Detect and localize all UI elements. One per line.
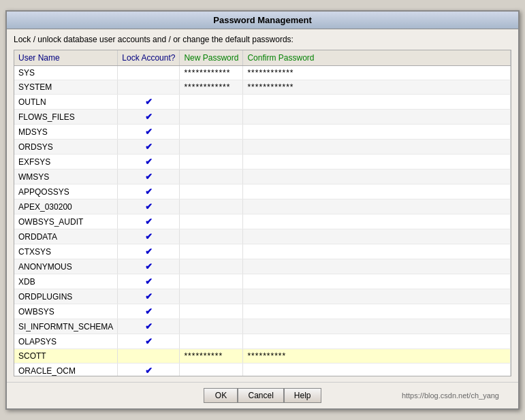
cell-confirmpwd[interactable]: [243, 244, 511, 259]
cell-lock[interactable]: ✔: [118, 319, 180, 334]
table-row[interactable]: SYSTEM************************: [14, 80, 511, 95]
cell-lock[interactable]: ✔: [118, 364, 180, 377]
table-row[interactable]: SYS************************: [14, 66, 511, 80]
table-row[interactable]: SCOTT********************: [14, 349, 511, 364]
cell-lock[interactable]: ✔: [118, 274, 180, 289]
cell-lock[interactable]: ✔: [118, 229, 180, 244]
table-row[interactable]: ORACLE_OCM✔: [14, 364, 511, 377]
cell-username: OUTLN: [14, 95, 118, 110]
cell-newpwd[interactable]: [180, 304, 243, 319]
cell-newpwd[interactable]: [180, 289, 243, 304]
cell-confirmpwd[interactable]: [243, 334, 511, 349]
lock-checkmark: ✔: [145, 142, 153, 152]
cell-username: OWBSYS: [14, 304, 118, 319]
cell-newpwd[interactable]: ************: [180, 66, 243, 80]
cell-lock[interactable]: [118, 66, 180, 80]
cell-confirmpwd[interactable]: **********: [243, 349, 511, 364]
dialog-body: Lock / unlock database user accounts and…: [7, 29, 518, 382]
cell-confirmpwd[interactable]: [243, 95, 511, 110]
cell-lock[interactable]: ✔: [118, 125, 180, 140]
dialog-footer: OK Cancel Help https://blog.csdn.net/ch_…: [7, 382, 518, 408]
table-row[interactable]: FLOWS_FILES✔: [14, 110, 511, 125]
table-row[interactable]: ORDPLUGINS✔: [14, 289, 511, 304]
cell-newpwd[interactable]: [180, 364, 243, 377]
cell-confirmpwd[interactable]: [243, 214, 511, 229]
cell-lock[interactable]: ✔: [118, 169, 180, 184]
cell-newpwd[interactable]: [180, 229, 243, 244]
cell-confirmpwd[interactable]: [243, 304, 511, 319]
lock-checkmark: ✔: [145, 261, 153, 272]
cell-confirmpwd[interactable]: [243, 184, 511, 199]
cell-lock[interactable]: [118, 80, 180, 95]
table-row[interactable]: WMSYS✔: [14, 169, 511, 184]
cell-newpwd[interactable]: [180, 244, 243, 259]
cell-confirmpwd[interactable]: [243, 199, 511, 214]
table-row[interactable]: OWBSYS_AUDIT✔: [14, 214, 511, 229]
cell-confirmpwd[interactable]: [243, 169, 511, 184]
cell-lock[interactable]: ✔: [118, 140, 180, 155]
table-row[interactable]: OUTLN✔: [14, 95, 511, 110]
cell-lock[interactable]: ✔: [118, 110, 180, 125]
cell-newpwd[interactable]: [180, 274, 243, 289]
cell-newpwd[interactable]: [180, 155, 243, 169]
cell-username: APPQOSSYS: [14, 184, 118, 199]
cell-confirmpwd[interactable]: [243, 110, 511, 125]
cell-lock[interactable]: ✔: [118, 304, 180, 319]
cell-lock[interactable]: ✔: [118, 199, 180, 214]
cell-confirmpwd[interactable]: [243, 289, 511, 304]
cell-newpwd[interactable]: [180, 140, 243, 155]
lock-checkmark: ✔: [145, 216, 153, 227]
cell-confirmpwd[interactable]: [243, 274, 511, 289]
cell-confirmpwd[interactable]: [243, 140, 511, 155]
cell-newpwd[interactable]: [180, 110, 243, 125]
cell-confirmpwd[interactable]: [243, 155, 511, 169]
cell-lock[interactable]: ✔: [118, 155, 180, 169]
cell-newpwd[interactable]: [180, 95, 243, 110]
cell-newpwd[interactable]: [180, 199, 243, 214]
cell-confirmpwd[interactable]: ************: [243, 66, 511, 80]
cell-confirmpwd[interactable]: [243, 125, 511, 140]
cell-confirmpwd[interactable]: ************: [243, 80, 511, 95]
table-row[interactable]: SI_INFORMTN_SCHEMA✔: [14, 319, 511, 334]
cell-lock[interactable]: ✔: [118, 334, 180, 349]
cell-lock[interactable]: ✔: [118, 184, 180, 199]
table-body: SYS************************SYSTEM*******…: [14, 66, 511, 377]
help-button[interactable]: Help: [284, 388, 321, 403]
cell-lock[interactable]: ✔: [118, 214, 180, 229]
cell-username: MDSYS: [14, 125, 118, 140]
cell-newpwd[interactable]: [180, 334, 243, 349]
cell-confirmpwd[interactable]: [243, 364, 511, 377]
cell-newpwd[interactable]: [180, 319, 243, 334]
cell-lock[interactable]: ✔: [118, 95, 180, 110]
table-row[interactable]: OLAPSYS✔: [14, 334, 511, 349]
cell-confirmpwd[interactable]: [243, 319, 511, 334]
cell-confirmpwd[interactable]: [243, 229, 511, 244]
cell-newpwd[interactable]: **********: [180, 349, 243, 364]
table-row[interactable]: APEX_030200✔: [14, 199, 511, 214]
cell-username: ORDSYS: [14, 140, 118, 155]
cell-newpwd[interactable]: [180, 169, 243, 184]
table-row[interactable]: MDSYS✔: [14, 125, 511, 140]
cancel-button[interactable]: Cancel: [238, 388, 283, 403]
table-row[interactable]: ANONYMOUS✔: [14, 259, 511, 274]
cell-username: APEX_030200: [14, 199, 118, 214]
cell-newpwd[interactable]: [180, 259, 243, 274]
ok-button[interactable]: OK: [204, 388, 238, 403]
cell-newpwd[interactable]: [180, 214, 243, 229]
cell-newpwd[interactable]: ************: [180, 80, 243, 95]
table-row[interactable]: XDB✔: [14, 274, 511, 289]
cell-lock[interactable]: ✔: [118, 289, 180, 304]
cell-newpwd[interactable]: [180, 125, 243, 140]
table-row[interactable]: ORDDATA✔: [14, 229, 511, 244]
table-row[interactable]: EXFSYS✔: [14, 155, 511, 169]
cell-lock[interactable]: [118, 349, 180, 364]
cell-confirmpwd[interactable]: [243, 259, 511, 274]
header-confirmpwd: Confirm Password: [243, 50, 511, 66]
cell-lock[interactable]: ✔: [118, 259, 180, 274]
cell-lock[interactable]: ✔: [118, 244, 180, 259]
table-row[interactable]: CTXSYS✔: [14, 244, 511, 259]
table-row[interactable]: ORDSYS✔: [14, 140, 511, 155]
cell-newpwd[interactable]: [180, 184, 243, 199]
table-row[interactable]: OWBSYS✔: [14, 304, 511, 319]
table-row[interactable]: APPQOSSYS✔: [14, 184, 511, 199]
